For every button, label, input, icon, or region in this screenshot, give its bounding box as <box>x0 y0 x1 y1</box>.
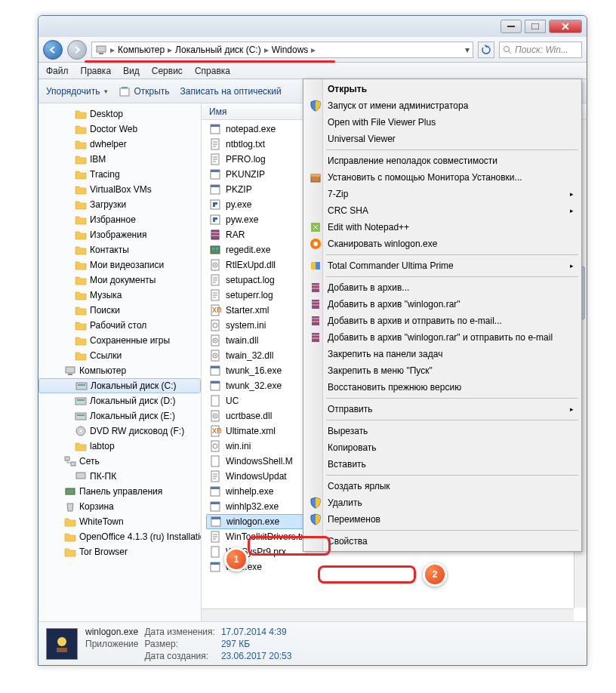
file-name: system.ini <box>226 320 266 331</box>
tree-item[interactable]: IBM <box>38 152 201 167</box>
tree-item[interactable]: Локальный диск (C:) <box>38 378 201 393</box>
refresh-button[interactable] <box>478 42 494 58</box>
context-menu-item[interactable]: Open with File Viewer Plus <box>305 114 580 131</box>
close-button[interactable] <box>549 20 582 33</box>
context-menu-item[interactable]: Edit with Notepad++ <box>305 219 580 236</box>
tree-item[interactable]: WhiteTown <box>38 514 201 529</box>
horizontal-scrollbar[interactable] <box>202 608 574 621</box>
tree-item[interactable]: Загрузки <box>38 197 201 212</box>
open-button[interactable]: Открыть <box>119 85 169 97</box>
context-menu-item[interactable]: Universal Viewer <box>305 131 580 147</box>
context-menu[interactable]: ОткрытьЗапуск от имени администратораOpe… <box>303 79 582 552</box>
tree-item[interactable]: Локальный диск (D:) <box>38 393 201 408</box>
organize-button[interactable]: Упорядочить <box>46 86 108 97</box>
file-name: twunk_32.exe <box>226 380 282 391</box>
context-menu-item[interactable]: Копировать <box>305 439 580 456</box>
context-menu-item[interactable]: Total Commander Ultima Prime▸ <box>305 257 580 274</box>
tree-item[interactable]: Контакты <box>38 242 201 257</box>
context-menu-item[interactable]: Добавить в архив... <box>305 279 580 296</box>
breadcrumb[interactable]: ▸ Компьютер ▸ Локальный диск (C:) ▸ Wind… <box>91 42 473 58</box>
breadcrumb-item[interactable]: Windows <box>272 45 309 55</box>
chevron-right-icon: ▸ <box>168 45 172 55</box>
context-menu-item[interactable]: Добавить в архив "winlogon.rar" <box>305 296 580 313</box>
svg-rect-90 <box>312 304 319 306</box>
menu-file[interactable]: Файл <box>46 66 69 76</box>
submenu-arrow-icon: ▸ <box>570 190 574 198</box>
tree-item[interactable]: Изображения <box>38 227 201 242</box>
context-item-label: Открыть <box>328 84 367 94</box>
tree-item[interactable]: Рабочий стол <box>38 318 201 333</box>
tree-item[interactable]: Корзина <box>38 499 201 514</box>
context-menu-item[interactable]: 7-Zip▸ <box>305 186 580 202</box>
tree-item-label: Панель управления <box>79 486 162 497</box>
context-menu-item[interactable]: Вырезать <box>305 423 580 439</box>
context-item-label: Свойства <box>328 536 368 547</box>
context-menu-item[interactable]: Восстановить прежнюю версию <box>305 379 580 396</box>
menu-view[interactable]: Вид <box>123 66 140 76</box>
context-menu-item[interactable]: Сканировать winlogon.exe <box>305 236 580 252</box>
tree-item[interactable]: Tracing <box>38 167 201 182</box>
tree-item[interactable]: Компьютер <box>38 363 201 378</box>
tree-item[interactable]: Tor Browser <box>38 544 201 559</box>
chevron-down-icon[interactable]: ▾ <box>465 45 470 55</box>
tree-item-label: Компьютер <box>79 365 126 376</box>
context-menu-item[interactable]: Открыть <box>305 81 580 97</box>
tree-item[interactable]: Мои документы <box>38 273 201 288</box>
minimize-button[interactable] <box>500 20 522 33</box>
context-menu-item[interactable]: Исправление неполадок совместимости <box>305 152 580 169</box>
breadcrumb-item[interactable]: Локальный диск (C:) <box>175 45 261 55</box>
context-item-label: Создать ярлык <box>328 481 390 491</box>
context-item-label: Удалить <box>328 497 362 508</box>
context-menu-item[interactable]: Установить с помощью Монитора Установки.… <box>305 169 580 186</box>
context-menu-item[interactable]: Переименов <box>305 511 580 528</box>
tree-item[interactable]: Поиски <box>38 303 201 318</box>
tree-item[interactable]: DVD RW дисковод (F:) <box>38 424 201 439</box>
svg-point-48 <box>214 340 216 341</box>
tree-item[interactable]: Панель управления <box>38 484 201 499</box>
svg-rect-93 <box>312 321 319 322</box>
folder-tree[interactable]: DesktopDoctor WebdwhelperIBMTracingVirtu… <box>38 103 202 621</box>
context-item-label: Edit with Notepad++ <box>328 222 409 233</box>
tree-item[interactable]: dwhelper <box>38 137 201 152</box>
back-button[interactable] <box>43 40 63 60</box>
search-input[interactable]: Поиск: Win... <box>499 42 582 58</box>
context-menu-item[interactable]: Свойства <box>305 533 580 550</box>
maximize-button[interactable] <box>525 20 546 33</box>
context-menu-item[interactable]: Создать ярлык <box>305 478 580 494</box>
context-menu-item[interactable]: Отправить▸ <box>305 401 580 417</box>
context-menu-item[interactable]: Добавить в архив и отправить по e-mail..… <box>305 313 580 329</box>
menu-help[interactable]: Справка <box>195 66 230 76</box>
breadcrumb-item[interactable]: Компьютер <box>118 45 165 55</box>
file-name: PKZIP <box>226 184 252 195</box>
context-menu-item[interactable]: Добавить в архив "winlogon.rar" и отправ… <box>305 329 580 346</box>
context-menu-item[interactable]: Вставить <box>305 456 580 473</box>
context-menu-item[interactable]: CRC SHA▸ <box>305 202 580 219</box>
menu-service[interactable]: Сервис <box>152 66 183 76</box>
tree-item[interactable]: Сохраненные игры <box>38 333 201 348</box>
tree-item[interactable]: Сеть <box>38 454 201 469</box>
tree-item[interactable]: labtop <box>38 439 201 454</box>
menu-edit[interactable]: Правка <box>81 66 112 76</box>
svg-point-59 <box>214 415 216 417</box>
tree-item[interactable]: Избранное <box>38 212 201 227</box>
tree-item[interactable]: Локальный диск (E:) <box>38 408 201 424</box>
context-menu-item[interactable]: Закрепить на панели задач <box>305 346 580 362</box>
svg-rect-9 <box>76 383 87 390</box>
tree-item[interactable]: Ссылки <box>38 348 201 363</box>
context-menu-item[interactable]: Запуск от имени администратора <box>305 97 580 114</box>
shield-icon <box>310 513 322 525</box>
tree-item[interactable]: Музыка <box>38 288 201 303</box>
svg-rect-32 <box>211 232 219 233</box>
tree-item[interactable]: Мои видеозаписи <box>38 257 201 273</box>
tree-item[interactable]: Doctor Web <box>38 122 201 137</box>
tree-item[interactable]: ПК-ПК <box>38 469 201 484</box>
svg-rect-56 <box>211 396 219 406</box>
burn-button[interactable]: Записать на оптический <box>180 86 282 97</box>
tree-item[interactable]: VirtualBox VMs <box>38 182 201 197</box>
rar-icon <box>310 315 322 327</box>
tree-item[interactable]: Desktop <box>38 106 201 122</box>
tree-item[interactable]: OpenOffice 4.1.3 (ru) Installation <box>38 529 201 544</box>
context-menu-item[interactable]: Удалить <box>305 494 580 511</box>
forward-button[interactable] <box>67 40 87 60</box>
context-menu-item[interactable]: Закрепить в меню "Пуск" <box>305 362 580 379</box>
